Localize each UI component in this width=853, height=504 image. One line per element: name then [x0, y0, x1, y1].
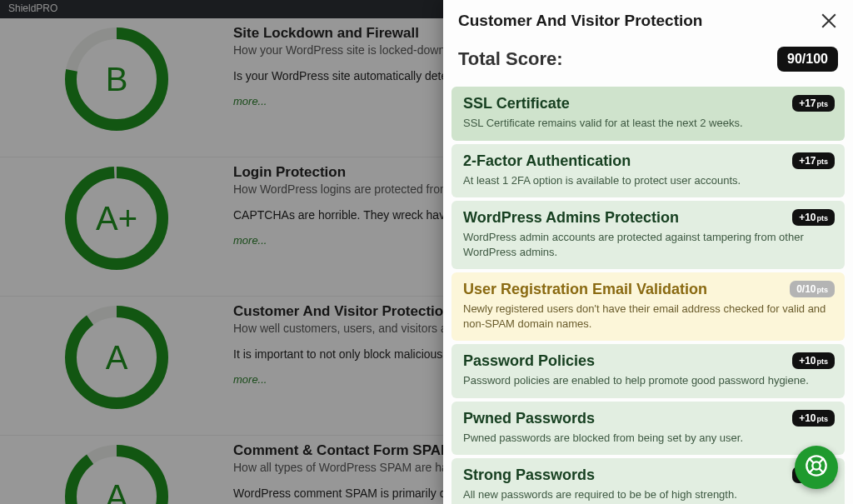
points-badge: +10pts — [792, 209, 835, 226]
item-title: Strong Passwords — [463, 467, 833, 484]
score-label: Total Score: — [458, 48, 563, 70]
score-item[interactable]: +10ptsWordPress Admins ProtectionWordPre… — [451, 201, 845, 269]
item-title: User Registration Email Validation — [463, 281, 833, 298]
detail-panel: Customer And Visitor Protection Total Sc… — [443, 0, 853, 504]
score-row: Total Score: 90/100 — [443, 38, 853, 87]
points-badge: +17pts — [792, 152, 835, 169]
item-title: 2-Factor Authentication — [463, 152, 833, 170]
points-badge: +10pts — [792, 352, 835, 369]
item-description: Newly registered users don't have their … — [463, 302, 833, 331]
svg-line-11 — [819, 458, 824, 463]
score-item[interactable]: +10ptsStrong PasswordsAll new passwords … — [451, 458, 845, 504]
item-title: Pwned Passwords — [463, 410, 833, 427]
svg-line-12 — [809, 468, 814, 473]
svg-point-9 — [812, 462, 820, 469]
score-items: +17ptsSSL CertificateSSL Certificate rem… — [443, 87, 853, 504]
item-title: SSL Certificate — [463, 95, 833, 112]
item-description: Pwned passwords are blocked from being s… — [463, 431, 833, 446]
svg-line-10 — [809, 458, 814, 463]
panel-title: Customer And Visitor Protection — [458, 12, 702, 30]
help-fab[interactable] — [795, 446, 838, 489]
score-item[interactable]: 0/10ptsUser Registration Email Validatio… — [451, 272, 845, 341]
item-description: WordPress admin accounts are protected a… — [463, 230, 833, 259]
score-item[interactable]: +10ptsPassword PoliciesPassword policies… — [451, 344, 845, 398]
score-item[interactable]: +17pts2-Factor AuthenticationAt least 1 … — [451, 144, 845, 198]
item-description: SSL Certificate remains valid for at lea… — [463, 116, 833, 131]
item-description: At least 1 2FA option is available to pr… — [463, 173, 833, 188]
score-item[interactable]: +17ptsSSL CertificateSSL Certificate rem… — [451, 87, 845, 141]
close-icon[interactable] — [820, 12, 838, 30]
points-badge: +17pts — [792, 95, 835, 112]
svg-line-13 — [819, 468, 824, 473]
points-badge: 0/10pts — [790, 281, 835, 297]
item-description: Password policies are enabled to help pr… — [463, 373, 833, 388]
score-badge: 90/100 — [777, 47, 838, 72]
score-item[interactable]: +10ptsPwned PasswordsPwned passwords are… — [451, 402, 845, 456]
points-badge: +10pts — [792, 410, 835, 427]
item-title: Password Policies — [463, 352, 833, 370]
lifebuoy-icon — [805, 454, 828, 481]
item-description: All new passwords are required to be be … — [463, 487, 833, 502]
panel-header: Customer And Visitor Protection — [443, 0, 853, 38]
item-title: WordPress Admins Protection — [463, 209, 833, 227]
